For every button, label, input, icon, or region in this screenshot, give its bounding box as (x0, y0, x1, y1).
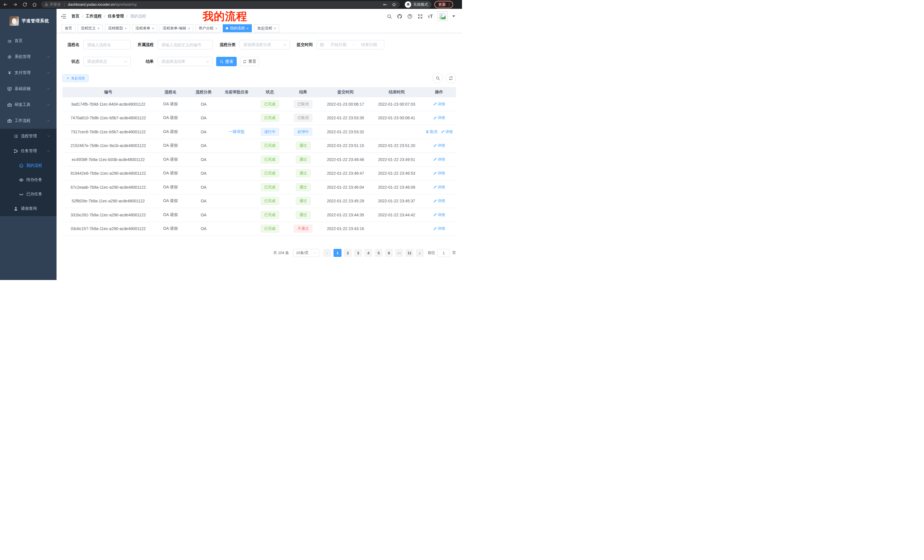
key-icon[interactable] (382, 2, 387, 7)
tab-首页[interactable]: 首页 (62, 24, 75, 32)
process-definition-input[interactable] (158, 40, 213, 49)
address-bar[interactable]: 不安全 dashboard.yudao.iocoder.cn/bpm/task/… (41, 1, 400, 8)
current-task-link[interactable]: 一级审批 (229, 129, 245, 134)
avatar[interactable] (438, 11, 447, 21)
forward-icon[interactable] (13, 2, 18, 7)
sidebar-item-label: 研发工具 (15, 102, 30, 107)
action-详情[interactable]: 详情 (433, 171, 445, 176)
page-button-6[interactable]: 6 (385, 249, 393, 257)
briefcase-icon (7, 118, 12, 123)
app-logo[interactable]: 芋道管理系统 (0, 9, 57, 33)
page-button-2[interactable]: 2 (344, 249, 352, 257)
page-button-1[interactable]: 1 (333, 249, 342, 257)
column-header-操作: 操作 (422, 90, 456, 95)
breadcrumb-item[interactable]: 工作流程 (86, 14, 102, 19)
search-button[interactable]: 搜索 (216, 57, 237, 66)
sidebar-item-待办任务[interactable]: 待办任务 (0, 173, 57, 187)
action-详情[interactable]: 详情 (433, 102, 445, 107)
sidebar-item-请假查询[interactable]: 请假查询 (0, 201, 57, 216)
tab-流程定义[interactable]: 流程定义× (78, 24, 103, 32)
sidebar-item-任务管理[interactable]: 任务管理 (0, 144, 57, 159)
page-button-5[interactable]: 5 (375, 249, 382, 257)
browser-menu-icon[interactable] (447, 2, 452, 7)
sidebar-item-支付管理[interactable]: ¥支付管理 (0, 65, 57, 81)
page-button-4[interactable]: 4 (364, 249, 372, 257)
action-详情[interactable]: 详情 (433, 226, 445, 231)
action-详情[interactable]: 详情 (433, 213, 445, 217)
start-process-button[interactable]: 发起流程 (63, 75, 88, 82)
submit-time-range-picker[interactable]: 开始日期 - 结束日期 (316, 40, 384, 49)
breadcrumb-item[interactable]: 任务管理 (108, 14, 124, 19)
chevron-down-icon (206, 60, 210, 64)
browser-update-button[interactable]: 更新 (434, 1, 453, 8)
next-page-button[interactable]: › (416, 249, 424, 257)
process-name-input[interactable] (83, 40, 131, 49)
sidebar-item-首页[interactable]: 首页 (0, 33, 57, 49)
refresh-table-button[interactable] (446, 73, 456, 83)
avatar-caret-icon[interactable] (452, 15, 455, 17)
reload-icon[interactable] (22, 2, 27, 7)
close-icon[interactable]: × (215, 27, 218, 30)
sidebar-item-流程管理[interactable]: 流程管理 (0, 129, 57, 144)
close-icon[interactable]: × (98, 27, 100, 30)
breadcrumb-item[interactable]: 首页 (71, 14, 80, 19)
smiley-icon (19, 163, 24, 168)
action-详情[interactable]: 详情 (441, 129, 453, 135)
sidebar-item-我的流程[interactable]: 我的流程 (0, 159, 57, 173)
filter-name-label: 流程名 (66, 42, 80, 47)
action-详情[interactable]: 详情 (433, 143, 445, 148)
status-select[interactable]: 请选择状态 (83, 57, 131, 66)
pencil-icon (433, 227, 437, 231)
tab-发起流程[interactable]: 发起流程× (254, 24, 279, 32)
close-icon[interactable]: × (274, 27, 276, 30)
sidebar-item-已办任务[interactable]: 已办任务 (0, 187, 57, 201)
cell-name: OA 请假 (154, 226, 187, 231)
bookmark-star-icon[interactable] (392, 2, 396, 7)
sidebar-submenu: 流程管理任务管理我的流程待办任务已办任务请假查询 (0, 129, 57, 216)
font-size-icon[interactable]: TT (428, 14, 433, 19)
close-icon[interactable]: × (152, 27, 154, 30)
cell-category: OA (187, 130, 220, 134)
sidebar-item-研发工具[interactable]: 研发工具 (0, 97, 57, 113)
action-详情[interactable]: 详情 (433, 115, 445, 120)
page-size-select[interactable]: 10条/页 (293, 249, 319, 257)
action-详情[interactable]: 详情 (433, 198, 445, 204)
close-icon[interactable]: × (246, 27, 249, 30)
more-pages-button[interactable]: ··· (395, 249, 403, 257)
prev-page-button[interactable]: ‹ (323, 249, 331, 257)
help-icon[interactable] (407, 14, 412, 19)
toggle-search-button[interactable] (433, 73, 443, 83)
tab-流程表单-编辑[interactable]: 流程表单-编辑× (160, 24, 193, 32)
result-select[interactable]: 请选择流结果 (158, 57, 213, 66)
filter-status-label: 状态 (66, 59, 80, 64)
end-date-placeholder[interactable]: 结束日期 (357, 42, 381, 47)
action-取消[interactable]: 取消 (426, 129, 438, 135)
back-icon[interactable] (3, 2, 8, 7)
action-详情[interactable]: 详情 (433, 185, 445, 190)
pencil-icon (433, 157, 437, 161)
cell-status: 已完成 (253, 169, 286, 177)
close-icon[interactable]: × (125, 27, 127, 30)
goto-page-input[interactable] (438, 249, 450, 257)
fullscreen-icon[interactable] (417, 14, 423, 19)
tab-流程模型[interactable]: 流程模型× (105, 24, 130, 32)
home-icon[interactable] (32, 2, 37, 7)
security-indicator[interactable]: 不安全 (45, 2, 61, 7)
action-详情[interactable]: 详情 (433, 157, 445, 162)
cell-name: OA 请假 (154, 129, 187, 135)
page-button-11[interactable]: 11 (405, 249, 414, 257)
tab-用户分组[interactable]: 用户分组× (196, 24, 221, 32)
sidebar-item-基础设施[interactable]: 基础设施 (0, 81, 57, 97)
sidebar-item-系统管理[interactable]: 系统管理 (0, 49, 57, 65)
category-select[interactable]: 请选择流程分类 (240, 40, 290, 49)
search-icon[interactable] (387, 14, 392, 19)
github-icon[interactable] (397, 14, 402, 19)
start-date-placeholder[interactable]: 开始日期 (326, 42, 351, 47)
sidebar-collapse-icon[interactable] (60, 13, 66, 19)
page-button-3[interactable]: 3 (354, 249, 362, 257)
reset-button[interactable]: 重置 (240, 57, 259, 66)
tab-我的流程[interactable]: 我的流程× (223, 24, 252, 32)
tab-流程表单[interactable]: 流程表单× (132, 24, 158, 32)
sidebar-item-工作流程[interactable]: 工作流程 (0, 113, 57, 129)
close-icon[interactable]: × (188, 27, 190, 30)
